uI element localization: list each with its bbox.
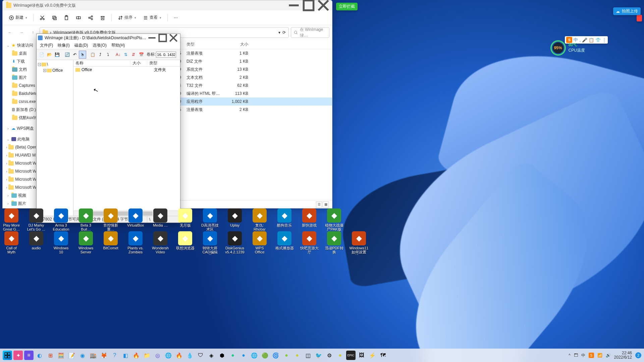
desktop-icon[interactable]: ◆格式播放器 [275,231,294,255]
new-button[interactable]: 新建▾ [6,13,30,22]
desktop-icon[interactable]: ◆Arma 3 Education … [52,208,70,232]
sidebar-item[interactable]: 新加卷 (D:) [3,106,36,114]
tool-sort-az[interactable]: A↓ [114,51,122,59]
sidebar-item[interactable]: ›Microsoft W [3,167,36,175]
taskbar-app[interactable]: ⬢ [217,351,227,360]
taskbar-app[interactable]: ◉ [78,351,87,360]
tree-child[interactable]: +Office [38,67,72,73]
sidebar-item[interactable]: 桌面 [3,49,36,57]
sidebar-item[interactable]: ›Microsoft W [3,175,36,183]
paste-button[interactable] [61,14,72,22]
more-button[interactable]: ⋯ [171,14,180,21]
taskbar-settings[interactable]: ⚙ [325,351,334,360]
tool-open[interactable]: 📂 [46,51,53,59]
taskbar-app[interactable]: 🖼 [357,351,366,360]
tool-copy[interactable]: 📋 [89,51,96,59]
taskbar-app[interactable]: ◈ [207,351,216,360]
tool-new[interactable]: 📄 [38,51,45,59]
taskbar-app[interactable]: 🏬 [89,351,98,360]
view-button[interactable]: 查看▾ [140,13,164,22]
taskbar-app[interactable]: 🔥 [131,351,141,360]
winimage-titlebar[interactable]: WinImage (未注册) - D:\BaiduNetdiskDownload… [37,34,180,42]
tool-inject[interactable]: ⤵ [104,51,112,59]
sidebar-item[interactable]: 图片 [3,73,36,81]
taskbar-app[interactable]: ● [282,351,291,360]
ime-clipboard-icon[interactable]: 📋 [589,38,594,43]
forward-button[interactable]: → [17,28,26,37]
taskbar-app[interactable]: EPIC [346,351,356,360]
ime-more-icon[interactable]: ⋮ [602,38,606,43]
minimize-button[interactable] [147,34,157,42]
desktop-icon[interactable]: ◆复仇: Rhobar的… [250,208,269,232]
desktop-icon[interactable]: ◆D高清亮技术区 [201,208,219,232]
taskbar-app[interactable]: ✦ [13,351,23,360]
tool-refresh[interactable]: 🔄 [63,51,71,59]
taskbar-app[interactable]: 💧 [185,351,195,360]
view-grid-button[interactable]: ▦ [323,201,329,207]
back-button[interactable]: ← [5,28,15,37]
ime-skin-icon[interactable]: 👕 [595,38,601,43]
maximize-button[interactable] [301,0,316,10]
desktop-icon[interactable]: ◆Wondersh Video Edit… [151,231,170,255]
sidebar-wps[interactable]: ›☁WPS网盘 [3,124,36,132]
view-list-button[interactable]: ☰ [316,201,322,207]
rename-button[interactable] [73,14,84,22]
sidebar-item[interactable]: 优酷kux转MI [3,114,36,122]
taskbar-explorer[interactable]: 📁 [142,351,152,360]
tray-ime[interactable]: 中 [581,353,585,358]
tool-extract[interactable]: ⤴ [97,51,104,59]
desktop-icon[interactable]: ◆Windows11如何设置设… [350,231,368,255]
taskbar-app[interactable]: 📝 [67,351,76,360]
taskbar-clock[interactable]: 22:462022/6/12 [614,351,632,360]
taskbar-app[interactable]: ⚡ [368,351,377,360]
tree-root[interactable]: −\ [38,61,72,67]
sidebar-item[interactable]: ›HUAWEI Ma [3,151,36,159]
taskbar-app[interactable]: ● [335,351,345,360]
taskbar-app[interactable]: 🌐 [164,351,173,360]
taskbar-app[interactable]: 🛡 [196,351,205,360]
menu-file[interactable]: 文件(F) [38,42,55,49]
desktop-icon[interactable]: ◆Call of Myth Demo [2,231,21,255]
sidebar-item[interactable]: ›图片 [3,199,36,207]
desktop-icon[interactable]: ◆Beta 3 Buil… [76,208,95,232]
close-button[interactable] [316,0,331,10]
desktop-icon[interactable]: ◆无尽版 [176,208,195,232]
taskbar-app[interactable]: ≡ [24,351,34,360]
taskbar-app[interactable]: 🔥 [174,351,184,360]
desktop-icon[interactable]: ◆Windows Server 201… [76,231,95,255]
refresh-button[interactable]: ⟳ [282,30,286,35]
menu-disk[interactable]: 磁盘(D) [72,42,90,49]
sidebar-item[interactable]: csrss.exe [3,98,36,106]
desktop-icon[interactable]: ◆Uplay [225,208,244,232]
taskbar-app[interactable]: ? [110,351,119,360]
list-row[interactable]: Office 文件夹 [73,67,180,73]
list-header[interactable]: 名称 大小 类型 [73,60,180,67]
sidebar-this-pc[interactable]: ⌄此电脑 [3,135,36,143]
tray-overflow[interactable]: ^ [569,353,571,358]
desktop-icon[interactable]: ◆WPS Office [250,231,269,255]
desktop-icon[interactable]: ◆联想浏览器 [176,231,195,255]
share-button[interactable] [85,14,96,22]
taskbar-app[interactable]: ◎ [153,351,162,360]
tool-save[interactable]: 💾 [53,51,61,59]
copy-button[interactable] [49,14,60,22]
taskbar-app[interactable]: 🧮 [56,351,66,360]
intercept-badge[interactable]: 立即拦截 [336,3,358,10]
menu-help[interactable]: 帮助(H) [109,42,127,49]
volume-input[interactable] [156,52,176,58]
taskbar-app[interactable]: ● [239,351,248,360]
desktop-icon[interactable]: ◆audio [27,231,46,255]
maximize-button[interactable] [157,34,168,42]
taskbar-chrome[interactable]: 🟢 [260,351,270,360]
taskbar-app[interactable]: ⊞ [46,351,55,360]
taskbar-app[interactable]: 🐦 [314,351,323,360]
desktop-icon[interactable]: ◆BitComet [101,231,120,255]
sidebar-item[interactable]: ⬇下载 [3,57,36,65]
menu-options[interactable]: 选项(O) [91,42,108,49]
close-button[interactable] [168,34,179,42]
taskbar-app[interactable]: ● [292,351,302,360]
start-button[interactable] [3,351,12,360]
desktop-icon[interactable]: ◆酷狗音乐 [275,208,294,232]
taskbar-edge[interactable]: 🌀 [271,351,280,360]
desktop-icon[interactable]: ◆新快游戏 [300,208,319,232]
